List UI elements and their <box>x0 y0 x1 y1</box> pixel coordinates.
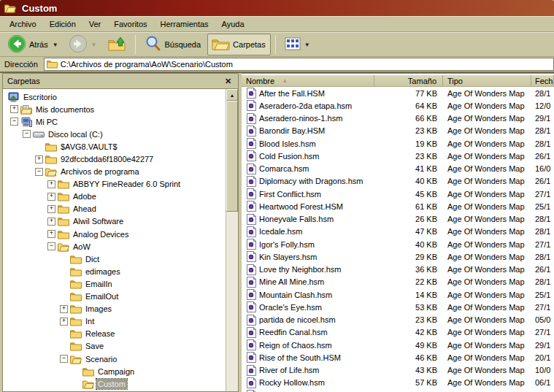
tree-item[interactable]: EmailOut <box>3 291 226 303</box>
tree-item[interactable]: −AoW <box>3 240 226 253</box>
file-row[interactable]: Icedale.hsm47 KBAge Of Wonders Map28/1 <box>242 226 554 238</box>
expand-icon[interactable]: + <box>60 318 68 326</box>
file-size: 43 KB <box>374 366 443 374</box>
folder-icon <box>70 254 82 264</box>
tree-item[interactable]: Dict <box>3 253 226 265</box>
menu-item-ayuda[interactable]: Ayuda <box>215 18 251 31</box>
tree-item[interactable]: +Mis documentos <box>3 103 226 115</box>
forward-button[interactable]: ▼ <box>64 34 101 55</box>
file-row[interactable]: Heartwood Forest.HSM61 KBAge Of Wonders … <box>242 200 554 212</box>
folder-icon <box>70 341 82 351</box>
views-button[interactable]: ▼ <box>280 34 315 55</box>
tree-item[interactable]: $AVG8.VAULT$ <box>3 140 226 153</box>
folder-icon <box>82 366 94 377</box>
collapse-icon[interactable]: − <box>60 355 68 363</box>
file-row[interactable]: Igor's Folly.hsm40 KBAge Of Wonders Map2… <box>242 238 554 250</box>
folders-button[interactable]: Carpetas <box>207 34 271 55</box>
scroll-up-icon[interactable]: ▲ <box>226 89 238 101</box>
file-size: 22 KB <box>374 277 443 286</box>
file-row[interactable]: partida de nicoel.hsm23 KBAge Of Wonders… <box>242 314 554 326</box>
file-name-cell: After the Fall.HSM <box>242 88 374 99</box>
file-row[interactable]: Aseradero-ninos-1.hsm66 KBAge Of Wonders… <box>242 112 554 125</box>
tree-item[interactable]: +Analog Devices <box>3 228 226 240</box>
file-row[interactable]: Diplomacy with Dragons.hsm40 KBAge Of Wo… <box>242 175 554 188</box>
expand-icon[interactable]: + <box>10 105 18 113</box>
tree-item[interactable]: +92dfccbdda6f1800e42277 <box>3 153 226 165</box>
file-type: Age Of Wonders Map <box>443 164 531 173</box>
forward-dropdown-icon[interactable]: ▼ <box>91 42 97 48</box>
back-dropdown-icon[interactable]: ▼ <box>52 42 58 48</box>
tree-item[interactable]: +Ahead <box>3 203 226 215</box>
file-row[interactable]: Mine All Mine.hsm22 KBAge Of Wonders Map… <box>242 276 554 288</box>
scrollbar-thumb[interactable] <box>226 101 238 212</box>
file-type: Age Of Wonders Map <box>443 152 531 161</box>
file-row[interactable]: Rise of the South.HSM46 KBAge Of Wonders… <box>242 351 554 364</box>
views-dropdown-icon[interactable]: ▼ <box>304 42 310 48</box>
collapse-icon[interactable]: − <box>35 168 43 176</box>
expand-icon[interactable]: + <box>47 230 55 238</box>
tree-item[interactable]: +Int <box>3 315 226 328</box>
tree-item[interactable]: +ABBYY FineReader 6.0 Sprint <box>3 178 226 191</box>
collapse-icon[interactable]: − <box>23 130 31 138</box>
menu-item-favoritos[interactable]: Favoritos <box>107 18 153 31</box>
file-row[interactable]: Oracle's Eye.hsm53 KBAge Of Wonders Map2… <box>242 301 554 313</box>
file-row[interactable]: Reign of Chaos.hsm49 KBAge Of Wonders Ma… <box>242 339 554 351</box>
file-row[interactable]: After the Fall.HSM77 KBAge Of Wonders Ma… <box>242 87 554 99</box>
file-row[interactable]: Aseradero-2da etapa.hsm64 KBAge Of Wonde… <box>242 99 554 112</box>
address-input[interactable]: C:\Archivos de programa\AoW\Scenario\Cus… <box>44 58 554 71</box>
file-row[interactable]: Cold Fusion.hsm23 KBAge Of Wonders Map26… <box>242 150 554 162</box>
tree-item[interactable]: −Scenario <box>3 353 226 365</box>
tree-scrollbar[interactable]: ▲ <box>226 89 238 391</box>
file-row[interactable]: Love thy Neighbor.hsm36 KBAge Of Wonders… <box>242 264 554 276</box>
expand-icon[interactable]: + <box>35 155 43 164</box>
menu-item-edicion[interactable]: Edición <box>43 18 82 31</box>
file-row[interactable]: Mountain Clash.hsm14 KBAge Of Wonders Ma… <box>242 288 554 301</box>
tree-item[interactable]: EmailIn <box>3 277 226 290</box>
menu-item-herramientas[interactable]: Herramientas <box>154 18 215 31</box>
expand-icon[interactable]: + <box>47 218 55 226</box>
file-date: 25/1 <box>531 291 554 299</box>
close-panel-icon[interactable]: ✕ <box>223 76 234 86</box>
file-row[interactable]: River of Life.hsm43 KBAge Of Wonders Map… <box>242 364 554 377</box>
file-row[interactable]: Barondir Bay.HSM23 KBAge Of Wonders Map2… <box>242 125 554 137</box>
search-button[interactable]: Búsqueda <box>140 34 207 55</box>
column-header-fech[interactable]: Fech <box>531 75 554 86</box>
tree-item[interactable]: −Disco local (C:) <box>3 128 226 140</box>
back-button[interactable]: Atrás ▼ <box>3 34 63 55</box>
menu-item-ver[interactable]: Ver <box>82 18 108 31</box>
expand-icon[interactable]: + <box>47 193 55 201</box>
tree-item[interactable]: Campaign <box>3 365 226 377</box>
tree-item[interactable]: Save <box>3 340 226 353</box>
tree-item[interactable]: edimages <box>3 265 226 277</box>
collapse-icon[interactable]: − <box>47 242 55 250</box>
up-button[interactable] <box>103 34 131 55</box>
tree-item[interactable]: +Alwil Software <box>3 215 226 228</box>
file-name: Heartwood Forest.HSM <box>259 202 343 211</box>
file-row[interactable]: First Conflict.hsm45 KBAge Of Wonders Ma… <box>242 188 554 200</box>
column-header-tamaño[interactable]: Tamaño <box>374 75 443 86</box>
tree-item[interactable]: Release <box>3 328 226 340</box>
tree-item[interactable]: +Images <box>3 303 226 315</box>
file-date: 12/0 <box>531 101 554 110</box>
file-row[interactable]: Honeyvale Falls.hsm26 KBAge Of Wonders M… <box>242 213 554 226</box>
expand-icon[interactable]: + <box>47 180 55 188</box>
tree-item[interactable]: Custom <box>3 377 226 390</box>
file-row[interactable]: Thinreed Lake.hsm36 KBAge Of Wonders Map… <box>242 389 554 392</box>
column-header-tipo[interactable]: Tipo <box>443 75 531 86</box>
tree-item[interactable]: Escritorio <box>3 91 226 103</box>
file-row[interactable]: Kin Slayers.hsm29 KBAge Of Wonders Map28… <box>242 250 554 263</box>
column-header-nombre[interactable]: Nombre▲ <box>242 75 374 86</box>
file-type: Age Of Wonders Map <box>443 215 531 223</box>
collapse-icon[interactable]: − <box>10 118 18 126</box>
file-row[interactable]: Reedfin Canal.hsm42 KBAge Of Wonders Map… <box>242 326 554 339</box>
tree-item-label: Disco local (C:) <box>47 129 104 139</box>
expand-icon[interactable]: + <box>47 205 55 213</box>
file-row[interactable]: Blood Isles.hsm19 KBAge Of Wonders Map28… <box>242 137 554 150</box>
file-row[interactable]: Comarca.hsm41 KBAge Of Wonders Map16/0 <box>242 163 554 175</box>
tree-item[interactable]: −Archivos de programa <box>3 166 226 178</box>
tree-item[interactable]: +Adobe <box>3 191 226 203</box>
tree-item[interactable]: −Mi PC <box>3 115 226 128</box>
menu-item-archivo[interactable]: Archivo <box>3 18 43 31</box>
file-row[interactable]: Rocky Hollow.hsm57 KBAge Of Wonders Map0… <box>242 377 554 389</box>
expand-icon[interactable]: + <box>60 305 68 313</box>
